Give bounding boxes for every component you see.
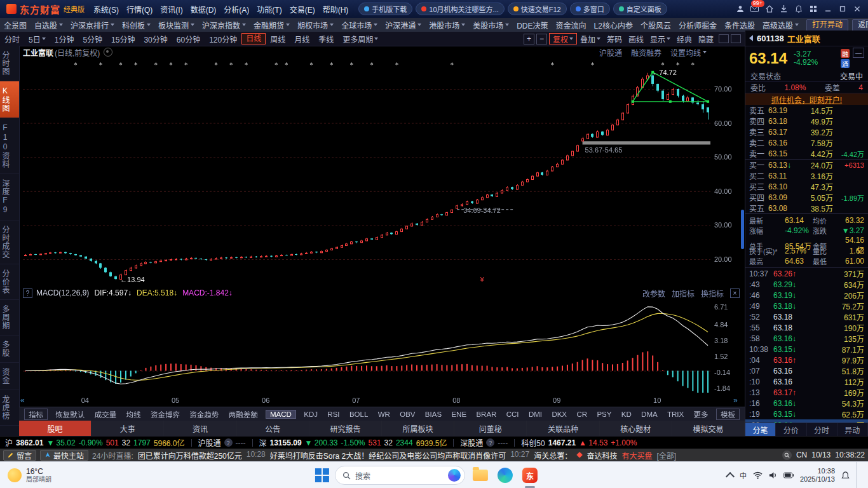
menubar-item[interactable]: 数据(D) xyxy=(187,4,220,15)
nav-item-条件选股[interactable]: 条件选股 xyxy=(721,20,759,30)
wifi-icon[interactable] xyxy=(753,471,763,479)
chart-link-沪股通[interactable]: 沪股通 xyxy=(599,47,622,58)
period-tab-1分钟[interactable]: 1分钟 xyxy=(50,34,79,44)
nav-item-期权市场[interactable]: 期权市场 xyxy=(294,20,337,30)
scroll-left-icon[interactable]: « xyxy=(20,396,25,405)
indicator-tab-BOLL[interactable]: BOLL xyxy=(348,410,370,418)
indicator-tab-更多[interactable]: 更多 xyxy=(692,409,710,419)
nav-item-板块监测[interactable]: 板块监测 xyxy=(154,20,198,30)
scroll-right-icon[interactable]: » xyxy=(733,396,738,405)
ticker-item[interactable]: 10:27 xyxy=(510,450,529,461)
ime-indicator[interactable]: 中 xyxy=(740,470,747,480)
ask-row[interactable]: 卖四63.1849.9万 xyxy=(745,116,868,126)
mail-icon[interactable]: 99+ xyxy=(747,3,762,15)
panels-icon[interactable] xyxy=(806,3,820,15)
quote-tab-异动[interactable]: 异动 xyxy=(837,423,868,436)
quote-tab-分价[interactable]: 分价 xyxy=(776,423,806,436)
ticker-item[interactable]: ◆ xyxy=(576,450,582,461)
panel-collapse-button[interactable]: — xyxy=(853,48,864,58)
menubar-item[interactable]: 功能(T) xyxy=(253,4,285,15)
windows-start-button[interactable] xyxy=(315,468,329,482)
tick-row[interactable]: 10:3763.26↑371万 xyxy=(745,268,868,279)
nav-item-沪深港通[interactable]: 沪深港通 xyxy=(381,20,425,30)
language-badge[interactable]: CN xyxy=(796,451,807,459)
chart-vertical-scrollbar[interactable] xyxy=(741,210,744,249)
custom-panel-button[interactable]: 自定义面板 xyxy=(613,3,667,15)
quote-tab-分笔[interactable]: 分笔 xyxy=(745,423,776,436)
indicator-tab-指标[interactable]: 指标 xyxy=(24,409,48,420)
maximize-icon[interactable] xyxy=(835,3,850,15)
indicator-tab-成交量[interactable]: 成交量 xyxy=(93,409,119,419)
ticker-item[interactable]: 好莱坞打响反击Sora 2大战！经纪公司及电影公司均声称取消肖像许可 xyxy=(270,450,506,461)
macd-link-加指标[interactable]: 加指标 xyxy=(672,288,695,299)
market-status-bar[interactable]: 沪3862.01▼ 35.02-0.90%5013217975966.0亿沪股通… xyxy=(0,436,868,449)
indicator-tab-BRAR[interactable]: BRAR xyxy=(474,410,498,418)
tick-row[interactable]: :5863.16↓135万 xyxy=(745,333,868,344)
edge-browser-button[interactable] xyxy=(496,466,515,485)
open-account-ad-link[interactable]: 抓住机会，即刻开户! xyxy=(745,93,868,105)
period-tab-15分钟[interactable]: 15分钟 xyxy=(107,34,139,44)
search-icon[interactable] xyxy=(782,451,792,460)
sidebar-item-多周期[interactable]: 多周期 xyxy=(0,300,19,336)
bid-row[interactable]: 买三63.1047.3万 xyxy=(745,181,868,192)
nav-item-科创板[interactable]: 科创板 xyxy=(118,20,154,30)
eastmoney-app-button[interactable]: 东 xyxy=(520,466,539,485)
info-tab-股吧[interactable]: 股吧 xyxy=(19,421,92,436)
period-tab-日线[interactable]: 日线 xyxy=(241,33,266,44)
sidebar-item-K线图[interactable]: K线图 xyxy=(0,81,19,118)
volume-icon[interactable] xyxy=(769,471,777,479)
nav-item-DDE决策[interactable]: DDE决策 xyxy=(513,20,552,30)
indicator-tab-DMI[interactable]: DMI xyxy=(527,410,544,418)
info-tab-公告[interactable]: 公告 xyxy=(237,421,309,436)
nav-item-沪深京排行[interactable]: 沪深京排行 xyxy=(67,20,118,30)
indicator-tab-MACD[interactable]: MACD xyxy=(266,410,296,419)
mobile-download-button[interactable]: 手机版下载 xyxy=(358,3,412,15)
nav-item-港股市场[interactable]: 港股市场 xyxy=(425,20,469,30)
sidebar-item-分时成交[interactable]: 分时成交 xyxy=(0,220,19,264)
indicator-tab-KDJ[interactable]: KDJ xyxy=(302,410,320,418)
show-desktop-button[interactable] xyxy=(856,462,859,488)
back-button[interactable]: 返回 xyxy=(852,19,868,31)
fullscreen-icon[interactable] xyxy=(731,34,741,43)
tick-row[interactable]: :4363.29↓634万 xyxy=(745,279,868,290)
chart-control-隐藏[interactable]: 隐藏 xyxy=(695,34,717,44)
indicator-tab-DKX[interactable]: DKX xyxy=(550,410,569,418)
ticker-item[interactable]: 团已累计向万科借款超250亿元 xyxy=(138,450,242,461)
sidebar-item-资金[interactable]: 资金 xyxy=(0,363,19,390)
tick-row[interactable]: :0463.16↑97.9万 xyxy=(745,355,868,365)
ticker-item[interactable]: 10:28 xyxy=(247,450,266,461)
ask-row[interactable]: 卖五63.1914.5万 xyxy=(745,105,868,116)
period-tab-60分钟[interactable]: 60分钟 xyxy=(172,34,205,44)
period-tab-周线[interactable]: 周线 xyxy=(266,34,290,44)
nav-item-资金流向[interactable]: 资金流向 xyxy=(552,20,590,30)
app-logo[interactable]: 东方财富 经典版 xyxy=(0,3,90,16)
chevron-left-icon[interactable] xyxy=(749,35,753,41)
ask-row[interactable]: 卖三63.1739.2万 xyxy=(745,126,868,137)
nav-item-L2核心内参[interactable]: L2核心内参 xyxy=(590,20,637,30)
open-yidong-button[interactable]: 打开异动 xyxy=(806,19,848,31)
tick-row[interactable]: :0763.1651.8万 xyxy=(745,365,868,376)
quick-trade-button[interactable]: 快速交易F12 xyxy=(508,3,567,15)
indicator-tab-DMA[interactable]: DMA xyxy=(639,410,660,418)
indicator-tab-OBV[interactable]: OBV xyxy=(398,410,417,418)
ticker-item[interactable]: 奋达科技 xyxy=(587,450,617,461)
tray-chevron-up-icon[interactable] xyxy=(726,471,735,480)
sidebar-item-分时图[interactable]: 分时图 xyxy=(0,46,19,81)
period-tab-月线[interactable]: 月线 xyxy=(290,34,314,44)
quote-tab-分时[interactable]: 分时 xyxy=(807,423,837,436)
indicator-tab-资金趋势[interactable]: 资金趋势 xyxy=(187,409,220,419)
info-tab-资讯[interactable]: 资讯 xyxy=(164,421,236,436)
template-button[interactable]: 模板 xyxy=(716,409,740,420)
indicator-tab-ENE[interactable]: ENE xyxy=(449,410,468,418)
nav-item-美股市场[interactable]: 美股市场 xyxy=(469,20,513,30)
bid-row[interactable]: 买五63.0838.5万 xyxy=(745,203,868,214)
info-tab-大事[interactable]: 大事 xyxy=(92,421,164,436)
indicator-tab-资金博弈[interactable]: 资金博弈 xyxy=(149,409,182,419)
tick-list[interactable]: 10:3763.26↑371万:4363.29↓634万:4663.19↓206… xyxy=(745,268,868,423)
taskbar-clock[interactable]: 10:38 2025/10/13 xyxy=(800,467,835,484)
tick-row[interactable]: :1363.17↑169万 xyxy=(745,387,868,398)
menubar-item[interactable]: 交易(E) xyxy=(286,4,319,15)
bid-row[interactable]: 买二63.113.16万 xyxy=(745,170,868,181)
nav-item-沪深京指数[interactable]: 沪深京指数 xyxy=(198,20,250,30)
indicator-tab-PSY[interactable]: PSY xyxy=(595,410,613,418)
